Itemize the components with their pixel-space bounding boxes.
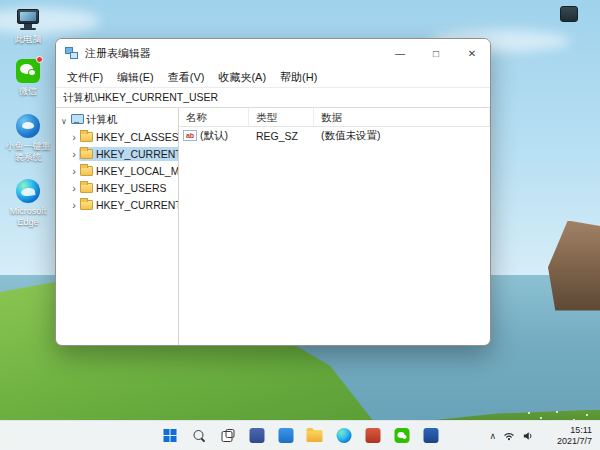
tree-item-computer[interactable]: 计算机 <box>56 111 178 128</box>
desktop-icon-this-pc[interactable]: 此电脑 <box>2 6 54 45</box>
chevron-right-icon[interactable] <box>69 182 79 194</box>
edge-button[interactable] <box>332 424 356 448</box>
menu-edit[interactable]: 编辑(E) <box>110 70 161 85</box>
folder-icon <box>80 166 93 176</box>
tree-item-hkey-current-user[interactable]: HKEY_CURRENT_USER <box>56 145 178 162</box>
close-button[interactable]: ✕ <box>454 39 490 67</box>
taskbar-app-red[interactable] <box>361 424 385 448</box>
app-icon <box>249 428 264 443</box>
clock-date: 2021/7/7 <box>557 436 592 447</box>
regedit-window: 注册表编辑器 — □ ✕ 文件(F) 编辑(E) 查看(V) 收藏夹(A) 帮助… <box>55 38 491 346</box>
maximize-button[interactable]: □ <box>418 39 454 67</box>
edge-icon <box>336 428 351 443</box>
list-header: 名称 类型 数据 <box>179 108 490 127</box>
tree-item-label: HKEY_CURRENT_CONFIG <box>96 199 179 211</box>
tree-item-label: HKEY_LOCAL_MACHINE <box>96 165 179 177</box>
folder-icon <box>80 132 93 142</box>
windows-logo-icon <box>163 429 176 442</box>
menu-help[interactable]: 帮助(H) <box>273 70 324 85</box>
tree-item-hkey-users[interactable]: HKEY_USERS <box>56 179 178 196</box>
file-explorer-button[interactable] <box>303 424 327 448</box>
taskbar-search-button[interactable] <box>187 424 211 448</box>
folder-icon <box>80 149 93 159</box>
registry-value-row[interactable]: (默认) REG_SZ (数值未设置) <box>179 127 490 144</box>
value-type: REG_SZ <box>249 130 314 142</box>
taskbar-app-navy[interactable] <box>419 424 443 448</box>
menu-view[interactable]: 查看(V) <box>161 70 212 85</box>
desktop-icon-xiaoyu[interactable]: 小鱼一键重装系统 <box>2 113 54 163</box>
value-data: (数值未设置) <box>314 129 490 143</box>
tree-item-hkey-classes-root[interactable]: HKEY_CLASSES_ROOT <box>56 128 178 145</box>
taskbar-app-blue[interactable] <box>274 424 298 448</box>
chevron-right-icon[interactable] <box>69 131 79 143</box>
search-icon <box>192 429 205 442</box>
minimize-button[interactable]: — <box>382 39 418 67</box>
folder-icon <box>307 430 323 442</box>
start-button[interactable] <box>158 424 182 448</box>
desktop-icon-top-right[interactable] <box>560 6 578 22</box>
task-view-icon <box>221 429 234 442</box>
tree-item-hkey-current-config[interactable]: HKEY_CURRENT_CONFIG <box>56 196 178 213</box>
wechat-icon <box>394 428 409 443</box>
volume-icon[interactable] <box>522 430 534 442</box>
edge-icon <box>15 178 41 204</box>
notification-badge <box>36 56 43 63</box>
window-titlebar[interactable]: 注册表编辑器 — □ ✕ <box>56 39 490 67</box>
desktop-icon-label: 小鱼一键重装系统 <box>2 141 54 163</box>
wechat-icon <box>15 58 41 84</box>
desktop-icon-label: 此电脑 <box>2 34 54 45</box>
chevron-down-icon[interactable] <box>59 114 69 126</box>
this-pc-icon <box>15 6 41 32</box>
taskbar: ∧ 15:11 2021/7/7 <box>0 420 600 450</box>
tree-item-label: HKEY_CURRENT_USER <box>96 148 179 160</box>
taskbar-app-darkblue[interactable] <box>245 424 269 448</box>
task-view-button[interactable] <box>216 424 240 448</box>
folder-icon <box>80 183 93 193</box>
app-icon <box>423 428 438 443</box>
app-icon <box>365 428 380 443</box>
computer-icon <box>70 114 83 125</box>
regedit-app-icon <box>65 46 79 60</box>
desktop-icon-edge[interactable]: Microsoft Edge <box>2 178 54 228</box>
menu-bar: 文件(F) 编辑(E) 查看(V) 收藏夹(A) 帮助(H) <box>56 67 490 87</box>
tree-item-label: 计算机 <box>86 113 118 127</box>
value-name: (默认) <box>200 129 228 143</box>
chevron-right-icon[interactable] <box>69 199 79 211</box>
registry-values-pane: 名称 类型 数据 (默认) REG_SZ (数值未设置) <box>179 108 490 345</box>
desktop-icon-label: 微信 <box>2 86 54 97</box>
wallpaper-flowers <box>528 412 530 414</box>
chevron-right-icon[interactable] <box>69 148 79 160</box>
column-header-name[interactable]: 名称 <box>179 108 249 126</box>
desktop-icon-label: Microsoft Edge <box>2 206 54 228</box>
taskbar-wechat-button[interactable] <box>390 424 414 448</box>
clock-time: 15:11 <box>557 425 592 436</box>
app-icon <box>278 428 293 443</box>
tray-overflow-chevron-icon[interactable]: ∧ <box>489 431 496 441</box>
reg-sz-icon <box>183 130 197 141</box>
tree-item-label: HKEY_CLASSES_ROOT <box>96 131 179 143</box>
taskbar-clock[interactable]: 15:11 2021/7/7 <box>557 425 592 447</box>
tree-item-hkey-local-machine[interactable]: HKEY_LOCAL_MACHINE <box>56 162 178 179</box>
column-header-data[interactable]: 数据 <box>314 108 490 126</box>
address-bar[interactable]: 计算机\HKEY_CURRENT_USER <box>56 87 490 108</box>
window-title: 注册表编辑器 <box>85 46 151 61</box>
tree-item-label: HKEY_USERS <box>96 182 167 194</box>
menu-file[interactable]: 文件(F) <box>60 70 110 85</box>
chevron-right-icon[interactable] <box>69 165 79 177</box>
folder-icon <box>80 200 93 210</box>
column-header-type[interactable]: 类型 <box>249 108 314 126</box>
desktop-icon-wechat[interactable]: 微信 <box>2 58 54 97</box>
xiaoyu-app-icon <box>15 113 41 139</box>
network-icon[interactable] <box>503 430 515 442</box>
registry-tree-pane: 计算机 HKEY_CLASSES_ROOT HKEY_CURRENT_USER <box>56 108 179 345</box>
system-tray: ∧ <box>489 421 534 450</box>
menu-favorites[interactable]: 收藏夹(A) <box>211 70 273 85</box>
